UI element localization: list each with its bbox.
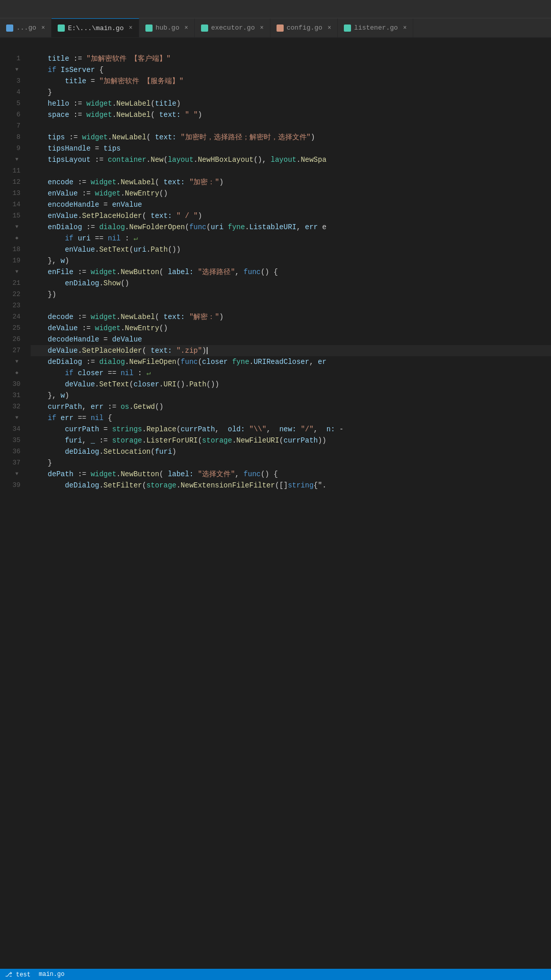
code-line[interactable]: space := widget.NewLabel( text: " ") [31,109,551,120]
tab-label-prev: ...go [16,24,36,32]
menubar [0,0,551,18]
editor[interactable]: 1▼3456789▼1112131415▼◆1819▼2122232425262… [0,38,551,969]
fold-icon[interactable]: ▼ [13,358,20,365]
line-number: ◆ [0,368,20,379]
line-number: 19 [0,255,20,266]
line-number: 25 [0,323,20,334]
code-line[interactable]: tips := widget.NewLabel( text: "加密时，选择路径… [31,132,551,143]
code-line[interactable]: tipsLayout := container.New(layout.NewHB… [31,154,551,165]
line-number: 12 [0,177,20,188]
line-number: 18 [0,244,20,255]
tab-executor[interactable]: executor.go × [195,18,270,38]
code-line[interactable]: } [31,87,551,98]
code-line[interactable]: enFile := widget.NewButton( label: "选择路径… [31,266,551,278]
code-line[interactable]: decode := widget.NewLabel( text: "解密：") [31,311,551,323]
line-number: 23 [0,300,20,311]
code-line[interactable]: decodeHandle = deValue [31,334,551,345]
menu-vcs[interactable] [21,7,28,11]
tab-prev[interactable]: ...go × [0,18,52,38]
fold-icon[interactable]: ▼ [13,224,20,231]
tab-label-listener: listener.go [354,24,398,32]
line-number: 14 [0,199,20,210]
code-line[interactable] [31,42,551,53]
line-number: ▼ [0,266,20,278]
code-line[interactable]: if uri == nil : ↵ [31,233,551,244]
line-number [0,42,20,53]
code-line[interactable]: deValue.SetPlaceHolder( text: ".zip") [31,345,551,356]
tab-label-config: config.go [287,24,322,32]
line-number: 26 [0,334,20,345]
tab-icon-listener [344,24,351,32]
line-number: ▼ [0,222,20,233]
code-line[interactable]: enDialog := dialog.NewFolderOpen(func(ur… [31,222,551,233]
code-line[interactable]: }, w) [31,255,551,266]
code-line[interactable]: hello := widget.NewLabel(title) [31,98,551,109]
code-line[interactable] [31,120,551,132]
line-number: 34 [0,424,20,435]
tab-close-hub[interactable]: × [184,24,188,32]
code-line[interactable]: deValue.SetText(closer.URI().Path()) [31,379,551,390]
code-line[interactable]: deDialog.SetFilter(storage.NewExtensionF… [31,480,551,491]
menu-help[interactable] [54,7,60,11]
code-line[interactable]: encode := widget.NewLabel( text: "加密：") [31,177,551,188]
code-line[interactable]: title := "加解密软件 【客户端】" [31,53,551,64]
fold-icon[interactable]: ▼ [13,156,20,163]
code-line[interactable]: }, w) [31,390,551,401]
code-line[interactable]: tipsHandle = tips [31,143,551,154]
line-number: 31 [0,390,20,401]
fold-icon[interactable]: ▼ [13,471,20,478]
code-line[interactable]: if closer == nil : ↵ [31,368,551,379]
text-cursor [207,347,208,354]
code-line[interactable]: } [31,457,551,469]
code-line[interactable]: encodeHandle = enValue [31,199,551,210]
code-line[interactable]: deValue := widget.NewEntry() [31,323,551,334]
fold-icon[interactable]: ▼ [13,268,20,276]
tab-close-listener[interactable]: × [403,24,407,32]
tab-icon-main [58,24,65,32]
file-info: main.go [39,971,64,978]
tab-close-main[interactable]: × [129,24,132,32]
line-number: 4 [0,87,20,98]
code-line[interactable]: title = "加解密软件 【服务端】" [31,76,551,87]
line-number: 37 [0,457,20,469]
line-number: 9 [0,143,20,154]
tab-main[interactable]: E:\...\main.go × [52,18,139,38]
tab-icon-config [277,24,284,32]
code-line[interactable]: furi, _ := storage.ListerForURI(storage.… [31,435,551,446]
tab-close-prev[interactable]: × [41,24,45,32]
line-number: 24 [0,311,20,323]
tab-config[interactable]: config.go × [270,18,338,38]
tab-icon-prev [6,24,13,32]
code-line[interactable]: dePath := widget.NewButton( label: "选择文件… [31,469,551,480]
tab-hub[interactable]: hub.go × [139,18,195,38]
code-line[interactable]: deDialog.SetLocation(furi) [31,446,551,457]
fold-icon[interactable]: ◆ [13,370,20,377]
code-line[interactable]: enValue.SetPlaceHolder( text: " / ") [31,210,551,222]
code-line[interactable] [31,300,551,311]
fold-icon[interactable]: ▼ [13,66,20,74]
code-line[interactable]: enValue.SetText(uri.Path()) [31,244,551,255]
line-number: 39 [0,480,20,491]
code-line[interactable]: if err == nil { [31,412,551,424]
code-line[interactable]: deDialog := dialog.NewFileOpen(func(clos… [31,356,551,368]
menu-window[interactable] [38,7,44,11]
code-line[interactable]: currPath = strings.Replace(currPath, old… [31,424,551,435]
fold-icon[interactable]: ◆ [13,235,20,242]
tab-close-executor[interactable]: × [260,24,263,32]
code-line[interactable]: enDialog.Show() [31,278,551,289]
code-line[interactable] [31,165,551,177]
code-content[interactable]: title := "加解密软件 【客户端】" if IsServer { tit… [26,38,551,969]
line-number: ▼ [0,356,20,368]
tab-listener[interactable]: listener.go × [338,18,413,38]
code-line[interactable]: if IsServer { [31,64,551,76]
line-number: 1 [0,53,20,64]
code-line[interactable]: }) [31,289,551,300]
line-number: 13 [0,188,20,199]
line-number: 6 [0,109,20,120]
code-line[interactable]: enValue := widget.NewEntry() [31,188,551,199]
fold-icon[interactable]: ▼ [13,414,20,422]
code-line[interactable]: currPath, err := os.Getwd() [31,401,551,412]
tab-close-config[interactable]: × [328,24,331,32]
line-number: 7 [0,120,20,132]
menu-tools[interactable] [5,7,11,11]
